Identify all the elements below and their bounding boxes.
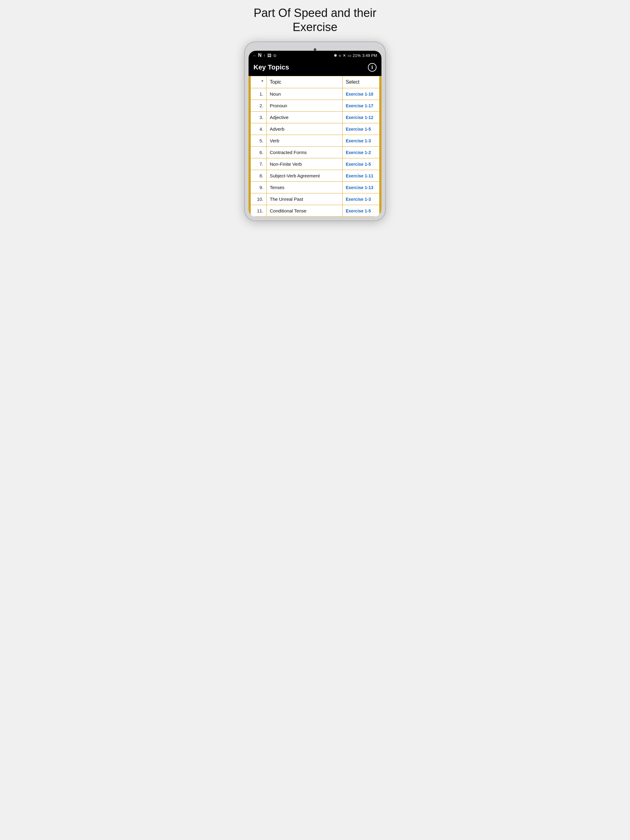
row-topic: Noun [267, 88, 343, 100]
row-topic: Verb [267, 135, 343, 147]
row-topic: The Unreal Past [267, 193, 343, 205]
row-topic: Non-Finite Verb [267, 158, 343, 170]
netflix-icon: N [258, 52, 262, 58]
tablet-frame: ··· N ↑ 🖼 ⊙ ✱ ⌾ ✕ ▭ 21% 3:49 PM Key Topi… [244, 41, 386, 221]
row-number: 3. [251, 112, 267, 123]
row-topic: Adjective [267, 112, 343, 123]
battery-icon: ▭ [348, 53, 351, 58]
row-topic: Conditional Tense [267, 205, 343, 217]
header-select: Select [343, 76, 380, 88]
row-exercise-link[interactable]: Exercise 1-12 [343, 112, 380, 123]
row-exercise-link[interactable]: Exercise 1-13 [343, 182, 380, 193]
page-wrapper: Part Of Speed and their Exercise ··· N ↑… [241, 6, 389, 221]
time-display: 3:49 PM [362, 53, 377, 58]
nav-title: Key Topics [253, 63, 289, 71]
row-exercise-link[interactable]: Exercise 1-10 [343, 88, 380, 100]
row-exercise-link[interactable]: Exercise 1-17 [343, 100, 380, 112]
status-bar: ··· N ↑ 🖼 ⊙ ✱ ⌾ ✕ ▭ 21% 3:49 PM [249, 51, 381, 60]
row-exercise-link[interactable]: Exercise 1-2 [343, 147, 380, 158]
header-topic: Topic [267, 76, 343, 88]
page-title: Part Of Speed and their Exercise [241, 6, 389, 34]
table-container: * Topic Select 1.NounExercise 1-102.Pron… [249, 76, 381, 217]
header-num: * [251, 76, 267, 88]
row-exercise-link[interactable]: Exercise 1-3 [343, 193, 380, 205]
nav-bar: Key Topics ℹ [249, 60, 381, 76]
row-exercise-link[interactable]: Exercise 1-5 [343, 205, 380, 217]
row-number: 7. [251, 158, 267, 170]
row-topic: Adverb [267, 123, 343, 135]
table-row: 11.Conditional TenseExercise 1-5 [251, 205, 380, 217]
table-header-row: * Topic Select [251, 76, 380, 88]
info-button[interactable]: ℹ [368, 63, 377, 72]
row-topic: Pronoun [267, 100, 343, 112]
upload-icon: ↑ [263, 53, 266, 58]
row-topic: Subject-Verb Agreement [267, 170, 343, 182]
table-row: 1.NounExercise 1-10 [251, 88, 380, 100]
row-number: 10. [251, 193, 267, 205]
table-row: 2.PronounExercise 1-17 [251, 100, 380, 112]
row-exercise-link[interactable]: Exercise 1-5 [343, 123, 380, 135]
table-row: 6.Contracted FormsExercise 1-2 [251, 147, 380, 158]
row-exercise-link[interactable]: Exercise 1-3 [343, 135, 380, 147]
topics-table: * Topic Select 1.NounExercise 1-102.Pron… [250, 76, 380, 217]
tablet-screen: ··· N ↑ 🖼 ⊙ ✱ ⌾ ✕ ▭ 21% 3:49 PM Key Topi… [249, 51, 381, 217]
info-icon: ℹ [371, 65, 373, 70]
table-row: 7.Non-Finite VerbExercise 1-5 [251, 158, 380, 170]
bluetooth-icon: ✱ [334, 53, 337, 58]
row-topic: Contracted Forms [267, 147, 343, 158]
table-row: 9.TensesExercise 1-13 [251, 182, 380, 193]
table-row: 5.VerbExercise 1-3 [251, 135, 380, 147]
tablet-camera [314, 48, 316, 51]
table-row: 3.AdjectiveExercise 1-12 [251, 112, 380, 123]
row-topic: Tenses [267, 182, 343, 193]
battery-percent: 21% [353, 53, 361, 58]
x-icon: ✕ [343, 53, 346, 58]
row-number: 6. [251, 147, 267, 158]
table-row: 10.The Unreal PastExercise 1-3 [251, 193, 380, 205]
row-number: 9. [251, 182, 267, 193]
row-number: 11. [251, 205, 267, 217]
row-number: 8. [251, 170, 267, 182]
row-exercise-link[interactable]: Exercise 1-11 [343, 170, 380, 182]
row-exercise-link[interactable]: Exercise 1-5 [343, 158, 380, 170]
row-number: 5. [251, 135, 267, 147]
wifi-icon: ⌾ [339, 53, 341, 58]
row-number: 4. [251, 123, 267, 135]
image-icon: 🖼 [268, 53, 271, 58]
status-left-icons: ··· N ↑ 🖼 ⊙ [253, 52, 277, 58]
status-right-icons: ✱ ⌾ ✕ ▭ 21% 3:49 PM [334, 53, 377, 58]
table-row: 4.AdverbExercise 1-5 [251, 123, 380, 135]
row-number: 2. [251, 100, 267, 112]
row-number: 1. [251, 88, 267, 100]
instagram-icon: ⊙ [273, 53, 277, 58]
table-row: 8.Subject-Verb AgreementExercise 1-11 [251, 170, 380, 182]
menu-icon: ··· [253, 53, 256, 58]
